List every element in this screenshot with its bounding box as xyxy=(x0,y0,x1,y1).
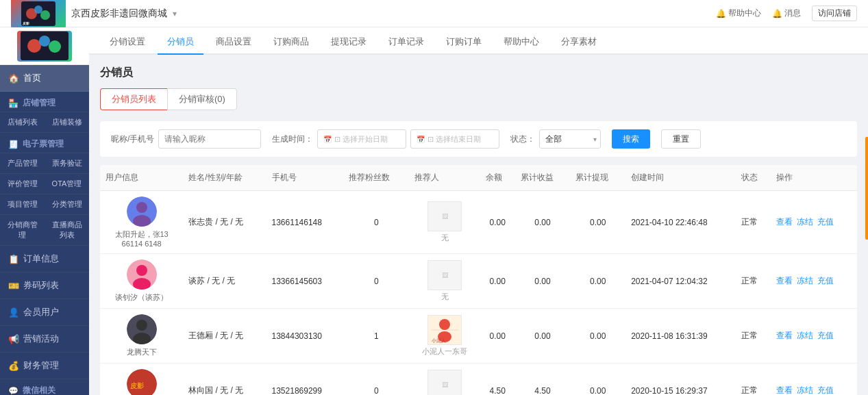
action-freeze-2[interactable]: 冻结 xyxy=(797,330,813,342)
action-view-0[interactable]: 查看 xyxy=(776,216,793,228)
sidebar-item-shop-list[interactable]: 店铺列表 xyxy=(0,112,45,133)
cell-earnings-2: 0.00 xyxy=(515,309,571,364)
tab-ti-xian-ji-lu[interactable]: 提现记录 xyxy=(321,30,376,55)
action-view-3[interactable]: 查看 xyxy=(776,385,793,395)
sidebar-item-home[interactable]: 🏠 首页 xyxy=(0,65,89,92)
cell-status-1: 正常 xyxy=(736,254,771,309)
cell-actions-1: 查看 冻结 充值 xyxy=(771,254,857,309)
sidebar-item-ticket-verify[interactable]: 票务验证 xyxy=(45,153,89,174)
finance-icon: 💰 xyxy=(8,361,19,371)
tab-shang-pin-she-zhi[interactable]: 商品设置 xyxy=(206,30,261,55)
table-row: 龙腾天下 王德厢 / 无 / 无 13844303130 1 小泥人 小泥人一东… xyxy=(100,309,857,364)
sidebar-item-home-label: 首页 xyxy=(23,72,41,84)
table-row: 皮影 皮影中华 林向国 / 无 / 无 13521869299 0 🖼 无 4.… xyxy=(100,364,857,396)
sidebar-item-project-manage[interactable]: 项目管理 xyxy=(0,194,45,215)
coupon-icon: 🎫 xyxy=(8,281,19,291)
tab-fen-xiang-su-cai[interactable]: 分享素材 xyxy=(551,30,606,55)
svg-point-7 xyxy=(39,36,50,47)
calendar-icon: 📅 xyxy=(323,136,332,143)
shop-name-area[interactable]: 皮影 京西皮影非遗回微商城 ▾ xyxy=(11,0,177,29)
cell-referrer-1: 🖼 无 xyxy=(409,254,480,309)
sidebar-item-order-info[interactable]: 📋 订单信息 xyxy=(0,246,89,272)
cell-actions-0: 查看 冻结 充值 xyxy=(771,191,857,254)
action-recharge-0[interactable]: 充值 xyxy=(817,216,834,228)
status-select[interactable]: 全部 正常 冻结 xyxy=(539,129,601,149)
action-view-1[interactable]: 查看 xyxy=(776,275,793,287)
tab-ding-dan-ji-lu[interactable]: 订单记录 xyxy=(379,30,434,55)
tab-bang-zhu-zhong-xin[interactable]: 帮助中心 xyxy=(494,30,549,55)
tab-ding-gou-ding-dan[interactable]: 订购订单 xyxy=(436,30,491,55)
phone-filter-label: 昵称/手机号 xyxy=(111,133,154,145)
cell-actions-2: 查看 冻结 充值 xyxy=(771,309,857,364)
col-referrer: 推荐人 xyxy=(409,165,480,191)
cell-status-2: 正常 xyxy=(736,309,771,364)
action-freeze-1[interactable]: 冻结 xyxy=(797,275,813,287)
sidebar-item-member-users[interactable]: 👤 会员用户 xyxy=(0,299,89,326)
tab-fen-xiao-she-zhi[interactable]: 分销设置 xyxy=(100,30,155,55)
cell-create-time-2: 2020-11-08 16:31:39 xyxy=(625,309,736,364)
status-filter-label: 状态： xyxy=(510,133,535,145)
dropdown-icon[interactable]: ▾ xyxy=(173,9,177,18)
sub-tab-review[interactable]: 分销审核(0) xyxy=(167,88,237,110)
cell-withdrawal-3: 0.00 xyxy=(570,364,625,396)
messages-btn[interactable]: 🔔 消息 xyxy=(772,8,801,19)
user-nickname-1: 谈钊汐（谈苏） xyxy=(115,292,168,303)
sidebar-item-distributor-manage[interactable]: 分销商管理 xyxy=(0,215,45,246)
end-date-picker[interactable]: 📅 ⊡ 选择结束日期 xyxy=(410,129,499,149)
svg-point-13 xyxy=(136,265,147,276)
sidebar-item-product-manage[interactable]: 产品管理 xyxy=(0,153,45,174)
sidebar-item-live-products[interactable]: 直播商品列表 xyxy=(45,215,89,246)
action-freeze-0[interactable]: 冻结 xyxy=(797,216,813,228)
time-filter-label: 生成时间： xyxy=(272,133,313,145)
sidebar-item-finance[interactable]: 💰 财务管理 xyxy=(0,353,89,379)
action-recharge-3[interactable]: 充值 xyxy=(817,385,834,395)
content-area: 分销设置 分销员 商品设置 订购商品 提现记录 订单记录 订购订单 帮助中心 分… xyxy=(89,27,868,395)
action-recharge-2[interactable]: 充值 xyxy=(817,330,834,342)
page-content: 分销员 分销员列表 分销审核(0) 昵称/手机号 生成时间： 📅 ⊡ 选择开始日… xyxy=(89,55,868,395)
visit-store-button[interactable]: 访问店铺 xyxy=(812,5,857,21)
cell-user-info-2: 龙腾天下 xyxy=(100,309,183,364)
sidebar-item-shop-decoration[interactable]: 店铺装修 xyxy=(45,112,89,133)
cell-balance-1: 0.00 xyxy=(480,254,515,309)
reset-button[interactable]: 重置 xyxy=(661,129,701,149)
svg-point-10 xyxy=(136,202,147,213)
phone-filter-input[interactable] xyxy=(158,129,261,149)
user-avatar-0 xyxy=(127,196,157,227)
cell-name-gender-3: 林向国 / 无 / 无 xyxy=(183,364,266,396)
filter-phone-group: 昵称/手机号 xyxy=(111,129,261,149)
sidebar-item-marketing[interactable]: 📢 营销活动 xyxy=(0,326,89,353)
col-actions: 操作 xyxy=(771,165,857,191)
sidebar-item-coupon-list[interactable]: 🎫 券码列表 xyxy=(0,272,89,299)
sidebar-ticket-sub: 产品管理 票务验证 评价管理 OTA管理 项目管理 分类管理 分销商管理 直播商… xyxy=(0,153,89,246)
table-row: 谈钊汐（谈苏） 谈苏 / 无 / 无 13366145603 0 🖼 无 0.0… xyxy=(100,254,857,309)
cell-create-time-1: 2021-04-07 12:04:32 xyxy=(625,254,736,309)
col-name-gender: 姓名/性别/年龄 xyxy=(183,165,266,191)
table-header-row: 用户信息 姓名/性别/年龄 手机号 推荐粉丝数 推荐人 余额 累计收益 累计提现… xyxy=(100,165,857,191)
distributors-table: 用户信息 姓名/性别/年龄 手机号 推荐粉丝数 推荐人 余额 累计收益 累计提现… xyxy=(100,165,857,395)
cell-withdrawal-1: 0.00 xyxy=(570,254,625,309)
help-center-btn[interactable]: 🔔 帮助中心 xyxy=(716,8,761,19)
sidebar-group-ticket: 🧾 电子票管理 xyxy=(0,133,89,153)
user-avatar-3: 皮影 xyxy=(127,369,157,395)
sidebar-item-review-manage[interactable]: 评价管理 xyxy=(0,174,45,194)
action-recharge-1[interactable]: 充值 xyxy=(817,275,834,287)
start-date-picker[interactable]: 📅 ⊡ 选择开始日期 xyxy=(317,129,406,149)
search-button[interactable]: 搜索 xyxy=(612,129,650,149)
orange-accent xyxy=(865,137,868,240)
sidebar-item-ota-manage[interactable]: OTA管理 xyxy=(45,174,89,194)
action-view-2[interactable]: 查看 xyxy=(776,330,793,342)
tab-fen-xiao-yuan[interactable]: 分销员 xyxy=(158,30,203,55)
svg-point-18 xyxy=(439,319,450,330)
action-freeze-3[interactable]: 冻结 xyxy=(797,385,813,395)
svg-point-8 xyxy=(49,40,61,53)
tab-ding-gou-shang-pin[interactable]: 订购商品 xyxy=(264,30,319,55)
cell-referrer-3: 🖼 无 xyxy=(409,364,480,396)
sidebar-item-category-manage[interactable]: 分类管理 xyxy=(45,194,89,215)
col-total-withdrawal: 累计提现 xyxy=(570,165,625,191)
marketing-icon: 📢 xyxy=(8,334,19,344)
shop-icon: 🏪 xyxy=(8,99,18,108)
bell-icon: 🔔 xyxy=(772,9,782,18)
sub-tab-list[interactable]: 分销员列表 xyxy=(100,88,167,110)
user-avatar-2 xyxy=(127,314,157,344)
shop-logo: 皮影 xyxy=(11,0,66,29)
